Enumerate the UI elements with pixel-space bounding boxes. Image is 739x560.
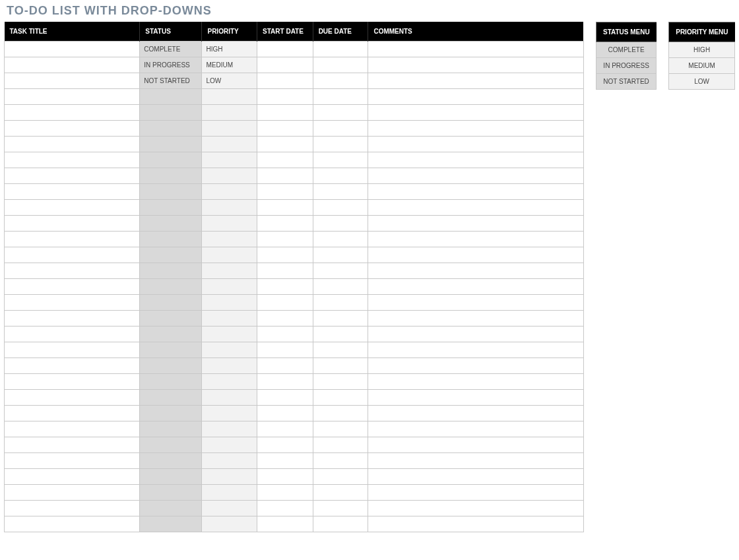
task-cell[interactable] [5, 168, 140, 184]
start-date-cell[interactable] [257, 485, 313, 501]
start-date-cell[interactable] [257, 311, 313, 327]
start-date-cell[interactable] [257, 152, 313, 168]
comments-cell[interactable] [368, 57, 584, 73]
start-date-cell[interactable] [257, 73, 313, 89]
task-cell[interactable] [5, 469, 140, 485]
comments-cell[interactable] [368, 295, 584, 311]
status-cell[interactable] [140, 437, 202, 453]
priority-cell[interactable] [202, 501, 257, 516]
start-date-cell[interactable] [257, 406, 313, 421]
comments-cell[interactable] [368, 89, 584, 105]
due-date-cell[interactable] [313, 295, 368, 311]
due-date-cell[interactable] [313, 342, 368, 358]
priority-cell[interactable] [202, 342, 257, 358]
status-cell[interactable] [140, 421, 202, 437]
due-date-cell[interactable] [313, 327, 368, 342]
task-cell[interactable] [5, 105, 140, 121]
task-cell[interactable] [5, 390, 140, 406]
start-date-cell[interactable] [257, 374, 313, 390]
status-cell[interactable] [140, 216, 202, 232]
priority-cell[interactable] [202, 168, 257, 184]
comments-cell[interactable] [368, 152, 584, 168]
comments-cell[interactable] [368, 342, 584, 358]
start-date-cell[interactable] [257, 184, 313, 200]
comments-cell[interactable] [368, 168, 584, 184]
status-cell[interactable] [140, 137, 202, 152]
status-cell[interactable] [140, 232, 202, 247]
task-cell[interactable] [5, 89, 140, 105]
comments-cell[interactable] [368, 311, 584, 327]
priority-menu-item[interactable]: MEDIUM [669, 58, 735, 74]
task-cell[interactable] [5, 374, 140, 390]
start-date-cell[interactable] [257, 421, 313, 437]
comments-cell[interactable] [368, 453, 584, 469]
status-cell[interactable] [140, 453, 202, 469]
priority-cell[interactable] [202, 295, 257, 311]
task-cell[interactable] [5, 358, 140, 374]
status-cell[interactable] [140, 121, 202, 137]
start-date-cell[interactable] [257, 216, 313, 232]
status-cell[interactable] [140, 247, 202, 263]
task-cell[interactable] [5, 216, 140, 232]
priority-cell[interactable] [202, 358, 257, 374]
status-cell[interactable] [140, 295, 202, 311]
task-cell[interactable] [5, 232, 140, 247]
priority-cell[interactable] [202, 453, 257, 469]
task-cell[interactable] [5, 295, 140, 311]
priority-cell[interactable] [202, 247, 257, 263]
due-date-cell[interactable] [313, 184, 368, 200]
due-date-cell[interactable] [313, 168, 368, 184]
due-date-cell[interactable] [313, 152, 368, 168]
due-date-cell[interactable] [313, 406, 368, 421]
priority-cell[interactable] [202, 89, 257, 105]
task-cell[interactable] [5, 279, 140, 295]
due-date-cell[interactable] [313, 358, 368, 374]
priority-cell[interactable] [202, 421, 257, 437]
comments-cell[interactable] [368, 216, 584, 232]
start-date-cell[interactable] [257, 469, 313, 485]
task-cell[interactable] [5, 485, 140, 501]
priority-cell[interactable] [202, 516, 257, 532]
start-date-cell[interactable] [257, 57, 313, 73]
priority-cell[interactable] [202, 105, 257, 121]
priority-cell[interactable] [202, 279, 257, 295]
comments-cell[interactable] [368, 437, 584, 453]
task-cell[interactable] [5, 516, 140, 532]
due-date-cell[interactable] [313, 263, 368, 279]
start-date-cell[interactable] [257, 105, 313, 121]
start-date-cell[interactable] [257, 42, 313, 57]
comments-cell[interactable] [368, 516, 584, 532]
task-cell[interactable] [5, 184, 140, 200]
priority-cell[interactable] [202, 485, 257, 501]
due-date-cell[interactable] [313, 200, 368, 216]
status-cell[interactable]: COMPLETE [140, 42, 202, 57]
due-date-cell[interactable] [313, 279, 368, 295]
task-cell[interactable] [5, 42, 140, 57]
status-cell[interactable] [140, 168, 202, 184]
start-date-cell[interactable] [257, 342, 313, 358]
comments-cell[interactable] [368, 105, 584, 121]
comments-cell[interactable] [368, 263, 584, 279]
comments-cell[interactable] [368, 279, 584, 295]
task-cell[interactable] [5, 247, 140, 263]
start-date-cell[interactable] [257, 327, 313, 342]
status-cell[interactable]: NOT STARTED [140, 73, 202, 89]
due-date-cell[interactable] [313, 374, 368, 390]
task-cell[interactable] [5, 437, 140, 453]
status-cell[interactable] [140, 200, 202, 216]
comments-cell[interactable] [368, 501, 584, 516]
due-date-cell[interactable] [313, 89, 368, 105]
status-cell[interactable] [140, 152, 202, 168]
comments-cell[interactable] [368, 200, 584, 216]
priority-menu-item[interactable]: HIGH [669, 42, 735, 58]
priority-cell[interactable] [202, 216, 257, 232]
due-date-cell[interactable] [313, 390, 368, 406]
comments-cell[interactable] [368, 406, 584, 421]
due-date-cell[interactable] [313, 311, 368, 327]
status-menu-item[interactable]: IN PROGRESS [596, 58, 656, 74]
due-date-cell[interactable] [313, 501, 368, 516]
priority-menu-item[interactable]: LOW [669, 74, 735, 90]
status-menu-item[interactable]: COMPLETE [596, 42, 656, 58]
priority-cell[interactable] [202, 232, 257, 247]
due-date-cell[interactable] [313, 105, 368, 121]
